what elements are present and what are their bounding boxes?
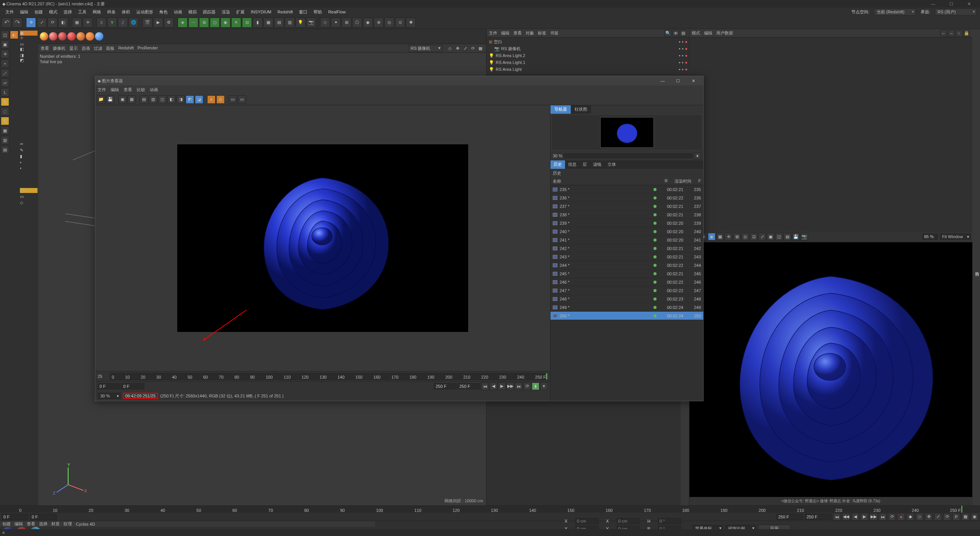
rs-j[interactable]: 💾 <box>792 233 800 240</box>
obj-row[interactable]: 💡RS Area Light▪▪● <box>488 66 688 73</box>
pv-zoom-menu[interactable]: ▾ <box>694 152 701 159</box>
pv-maximize[interactable]: ☐ <box>670 77 686 85</box>
pos-x[interactable] <box>575 518 598 524</box>
z-lock[interactable]: Z <box>118 18 128 28</box>
tl-k1[interactable]: ◆ <box>906 513 914 521</box>
pv-next[interactable]: ▶▶ <box>506 382 514 390</box>
obj-filter-icon[interactable]: ▤ <box>680 30 687 37</box>
t-m2[interactable]: • <box>20 166 38 170</box>
menu-渲染[interactable]: 渲染 <box>219 8 232 16</box>
menu-选择[interactable]: 选择 <box>61 8 74 16</box>
snap-wp[interactable]: ▥ <box>1 136 9 144</box>
objmenu-标签[interactable]: 标签 <box>538 30 546 36</box>
pv-t9[interactable]: ◪ <box>195 95 203 104</box>
vp-icn1[interactable]: ◇ <box>446 45 453 52</box>
pvmenu-查看[interactable]: 查看 <box>124 87 132 93</box>
world-toggle[interactable]: 🌐 <box>129 18 139 28</box>
xp-8[interactable]: ⊙ <box>395 18 405 28</box>
tl-k3[interactable]: ✥ <box>925 513 933 521</box>
obj-row[interactable]: 💡RS Area Light.2▪▪● <box>488 52 688 59</box>
menu-模式[interactable]: 模式 <box>47 8 60 16</box>
menu-样条[interactable]: 样条 <box>105 8 118 16</box>
rs-e[interactable]: ⊡ <box>750 233 758 240</box>
pvmenu-动画[interactable]: 动画 <box>150 87 158 93</box>
pv-fd[interactable] <box>457 383 480 389</box>
obj-scene[interactable]: ☀ <box>231 18 241 28</box>
obj-light[interactable]: 💡 <box>296 18 305 28</box>
tl-end[interactable] <box>776 514 803 520</box>
tl-k4[interactable]: ⤢ <box>934 513 942 521</box>
window-minimize[interactable]: — <box>924 0 942 7</box>
rs-h[interactable]: ◫ <box>775 233 783 240</box>
xp-1[interactable]: ◇ <box>320 18 330 28</box>
tl-goto-start[interactable]: ⏮ <box>833 513 841 521</box>
xp-9[interactable]: ✺ <box>406 18 416 28</box>
pv-t3[interactable]: ▤ <box>140 95 148 104</box>
navtab-柱状图[interactable]: 柱状图 <box>571 105 591 114</box>
pv-open[interactable]: 📁 <box>97 95 105 104</box>
rs-fit-dropdown[interactable]: Fit Window <box>940 234 971 240</box>
rs-k[interactable]: 📷 <box>800 233 808 240</box>
sel-rect[interactable]: ▭ <box>20 42 38 47</box>
tl-end2[interactable] <box>805 514 831 520</box>
history-row[interactable]: 243 *00:02:21243 <box>550 253 703 261</box>
pv-minimize[interactable]: — <box>655 77 670 85</box>
pv-t4[interactable]: ▥ <box>149 95 157 104</box>
menu-文件[interactable]: 文件 <box>3 8 16 16</box>
tl-play[interactable]: ▶ <box>861 513 868 521</box>
obj-field[interactable]: ◉ <box>220 18 230 28</box>
pv-save[interactable]: 💾 <box>106 95 114 104</box>
obj-misc1[interactable]: ▤ <box>274 18 284 28</box>
obj-cube[interactable]: ◈ <box>178 18 188 28</box>
matmenu-纹理[interactable]: 纹理 <box>64 521 72 527</box>
y-lock[interactable]: Y <box>107 18 117 28</box>
objmenu-书签[interactable]: 书签 <box>550 30 559 36</box>
rot-h[interactable] <box>658 518 681 524</box>
htab-层[interactable]: 层 <box>580 160 590 169</box>
history-list[interactable]: 235 *00:02:21235236 *00:02:22236237 *00:… <box>550 185 703 401</box>
menu-模拟[interactable]: 模拟 <box>186 8 199 16</box>
xp-4[interactable]: ⬡ <box>352 18 362 28</box>
vpmenu-查看[interactable]: 查看 <box>41 46 49 51</box>
pv-opt[interactable]: ▾ <box>540 382 548 390</box>
matmenu-查看[interactable]: 查看 <box>27 521 35 527</box>
snap-s3[interactable]: S <box>1 117 9 125</box>
attrmenu-用户数据[interactable]: 用户数据 <box>716 30 733 36</box>
pv-ab-a[interactable]: A <box>207 95 216 104</box>
recent-tool[interactable]: ◧ <box>58 18 68 28</box>
history-row[interactable]: 240 *00:02:20240 <box>550 227 703 236</box>
t-c2[interactable]: ▭ <box>20 194 38 199</box>
menu-跟踪器[interactable]: 跟踪器 <box>201 8 218 16</box>
attrmenu-模式[interactable]: 模式 <box>692 30 700 36</box>
tl-cur[interactable] <box>30 514 57 520</box>
t-cut[interactable]: ✂ <box>20 142 38 147</box>
pv-play[interactable]: ▶ <box>498 382 506 390</box>
x-lock[interactable]: X <box>96 18 106 28</box>
mode-edge[interactable]: ／ <box>1 69 9 77</box>
history-row[interactable]: 248 *00:02:23248 <box>550 295 703 303</box>
snap-s1[interactable]: S <box>1 98 9 106</box>
vp-icn5[interactable]: ▦ <box>477 45 484 52</box>
snap-s2[interactable]: ◌ <box>1 107 9 116</box>
sel-c[interactable]: ◩ <box>20 58 38 63</box>
xp-5[interactable]: ◉ <box>363 18 373 28</box>
rs-c[interactable]: ⊞ <box>733 233 741 240</box>
tl-start[interactable] <box>2 514 28 520</box>
size-x[interactable] <box>617 518 640 524</box>
tl-next[interactable]: ▶▶ <box>870 513 877 521</box>
rs-pct-input[interactable] <box>923 234 938 240</box>
t-c1[interactable]: ◯ <box>20 188 38 193</box>
menu-窗口[interactable]: 窗口 <box>297 8 310 16</box>
vpmenu-Redshift[interactable]: Redshift <box>118 46 134 51</box>
navtab-导航器[interactable]: 导航器 <box>550 105 571 114</box>
pv-zoom-dd[interactable]: 30 % <box>98 393 121 399</box>
history-row[interactable]: 245 *00:02:21245 <box>550 270 703 278</box>
mode-model[interactable]: ◫ <box>1 31 9 39</box>
xp-7[interactable]: ◎ <box>384 18 394 28</box>
render-pv[interactable]: ▶ <box>153 18 163 28</box>
mode-poly[interactable]: ▱ <box>1 78 9 87</box>
matmenu-材质[interactable]: 材质 <box>51 521 60 527</box>
pv-fa[interactable] <box>98 383 121 389</box>
obj-row[interactable]: ⊞空白▪▪● <box>488 38 688 45</box>
history-row[interactable]: 242 *00:02:21242 <box>550 244 703 253</box>
